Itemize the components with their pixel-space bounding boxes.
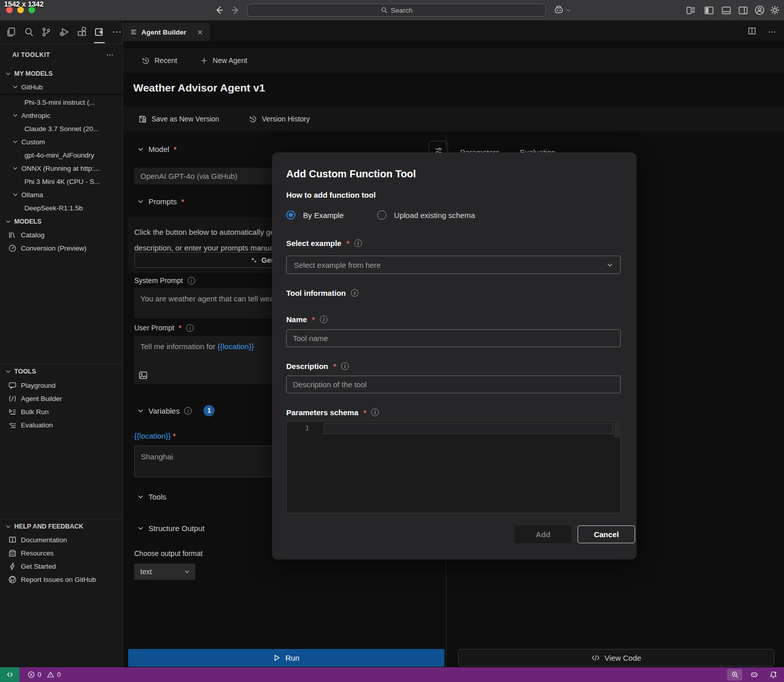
bulk-run-icon xyxy=(8,408,17,416)
problems-indicator[interactable]: 0 0 xyxy=(27,671,61,678)
notifications-bell-icon[interactable] xyxy=(766,669,781,680)
sidebar-item-phi3-mini-4k[interactable]: Phi 3 Mini 4K (CPU - S... xyxy=(0,175,123,188)
parameters-schema-label: Parameters schema * i xyxy=(286,408,379,417)
info-icon[interactable]: i xyxy=(351,289,358,297)
search-input[interactable]: Search xyxy=(247,4,546,17)
info-icon[interactable]: i xyxy=(184,407,192,415)
catalog-icon xyxy=(8,231,17,239)
plus-icon xyxy=(200,57,208,65)
sidebar-title: AI TOOLKIT xyxy=(12,51,50,58)
history-icon xyxy=(249,115,257,123)
info-icon[interactable]: i xyxy=(371,409,379,416)
variables-section-header[interactable]: Variables i 1 xyxy=(137,405,215,416)
info-icon[interactable]: i xyxy=(186,324,194,332)
sidebar-item-evaluation[interactable]: Evaluation xyxy=(0,418,123,431)
sidebar-item-playground[interactable]: Playground xyxy=(0,379,123,392)
recent-button[interactable]: Recent xyxy=(141,56,177,65)
resources-icon xyxy=(8,549,17,557)
sidebar-divider xyxy=(0,519,123,519)
sidebar: AI TOOLKIT MY MODELS GitHub Phi-3.5-mini… xyxy=(0,20,123,667)
account-icon[interactable] xyxy=(754,5,765,16)
sidebar-item-github[interactable]: GitHub xyxy=(0,80,123,94)
model-section-header[interactable]: Model * xyxy=(137,145,176,153)
tab-agent-builder[interactable]: Agent Builder xyxy=(123,23,209,41)
editor-more-actions-icon[interactable] xyxy=(768,28,776,36)
toggle-panel-button[interactable] xyxy=(721,5,732,16)
error-count: 0 xyxy=(38,671,41,678)
sidebar-item-my-models[interactable]: MY MODELS xyxy=(0,67,123,80)
sidebar-item-agent-builder[interactable]: Agent Builder xyxy=(0,392,123,405)
info-icon[interactable]: i xyxy=(188,277,195,285)
extensions-icon[interactable] xyxy=(76,25,88,39)
sidebar-item-deepseek[interactable]: DeepSeek-R1:1.5b xyxy=(0,201,123,214)
sidebar-item-custom[interactable]: Custom xyxy=(0,135,123,148)
screencast-zoom-icon[interactable] xyxy=(727,669,742,680)
version-history-button[interactable]: Version History xyxy=(249,115,310,123)
run-debug-icon[interactable] xyxy=(58,25,70,39)
run-button[interactable]: Run xyxy=(128,649,444,667)
prompt-variable: {{location}} xyxy=(218,342,254,351)
sidebar-item-claude-37[interactable]: Claude 3.7 Sonnet (20... xyxy=(0,122,123,135)
sidebar-item-bulk-run[interactable]: Bulk Run xyxy=(0,405,123,418)
sidebar-item-models-section[interactable]: MODELS xyxy=(0,215,123,228)
output-format-select[interactable]: text xyxy=(134,564,195,580)
tool-name-input[interactable] xyxy=(286,329,621,347)
toggle-primary-sidebar-button[interactable] xyxy=(704,5,714,16)
editor-scrollbar[interactable] xyxy=(614,422,620,437)
add-button[interactable]: Add xyxy=(515,525,571,543)
select-example-dropdown[interactable]: Select example from here xyxy=(286,256,621,274)
copilot-status-icon[interactable] xyxy=(746,669,762,680)
sidebar-item-tools-section[interactable]: TOOLS xyxy=(0,365,123,378)
new-agent-button[interactable]: New Agent xyxy=(200,56,247,65)
description-label: Description * i xyxy=(286,362,349,370)
close-tab-icon[interactable] xyxy=(197,29,203,36)
sidebar-more-actions-icon[interactable] xyxy=(106,51,114,59)
current-line-highlight xyxy=(324,423,613,434)
toggle-secondary-sidebar-button[interactable] xyxy=(738,5,748,16)
warning-count: 0 xyxy=(57,671,61,678)
copilot-menu[interactable] xyxy=(553,5,571,16)
tool-description-input[interactable] xyxy=(286,376,621,393)
tool-information-label: Tool information i xyxy=(286,289,358,297)
attach-image-icon[interactable] xyxy=(138,370,148,380)
info-icon[interactable]: i xyxy=(320,316,327,323)
split-editor-icon[interactable] xyxy=(747,26,757,36)
sidebar-item-catalog[interactable]: Catalog xyxy=(0,228,123,241)
sidebar-item-phi-35-mini[interactable]: Phi-3.5-mini instruct (... xyxy=(0,96,123,109)
view-code-button[interactable]: View Code xyxy=(458,649,774,666)
cancel-button[interactable]: Cancel xyxy=(578,525,635,543)
structure-output-section-header[interactable]: Structure Output xyxy=(137,524,204,533)
remote-indicator[interactable] xyxy=(0,667,19,682)
save-as-new-version-button[interactable]: Save as New Version xyxy=(138,115,219,123)
sidebar-item-resources[interactable]: Resources xyxy=(0,546,123,560)
radio-upload-schema[interactable]: Upload existing schema xyxy=(377,210,475,220)
search-view-icon[interactable] xyxy=(23,25,35,39)
settings-gear-icon[interactable] xyxy=(769,5,780,16)
sidebar-item-report-issues[interactable]: Report Issues on GitHub xyxy=(0,573,123,586)
version-toolbar: Save as New Version Version History xyxy=(123,107,784,131)
sidebar-item-help-section[interactable]: HELP AND FEEDBACK xyxy=(0,520,123,533)
more-views-icon[interactable] xyxy=(111,25,123,39)
sidebar-item-gpt4o-mini[interactable]: gpt-4o-mini_AIFoundry xyxy=(0,148,123,162)
sidebar-item-get-started[interactable]: Get Started xyxy=(0,560,123,573)
chevron-down-icon xyxy=(607,262,613,268)
add-custom-function-tool-dialog: Add Custom Function Tool How to add func… xyxy=(272,152,637,560)
customize-layout-button[interactable] xyxy=(685,5,696,16)
explorer-icon[interactable] xyxy=(5,25,17,39)
parameters-schema-editor[interactable]: 1 xyxy=(286,421,621,513)
radio-by-example[interactable]: By Example xyxy=(286,210,344,220)
info-icon[interactable]: i xyxy=(354,239,362,247)
tools-section-header[interactable]: Tools xyxy=(137,492,166,501)
back-button[interactable] xyxy=(214,5,225,16)
source-control-icon[interactable] xyxy=(40,25,52,39)
info-icon[interactable]: i xyxy=(341,362,349,370)
sidebar-item-conversion[interactable]: Conversion (Preview) xyxy=(0,241,123,255)
sidebar-item-onnx[interactable]: ONNX (Running at http:... xyxy=(0,162,123,175)
forward-button[interactable] xyxy=(230,5,241,16)
sidebar-item-anthropic[interactable]: Anthropic xyxy=(0,109,123,122)
sidebar-item-documentation[interactable]: Documentation xyxy=(0,533,123,546)
play-icon xyxy=(273,654,281,662)
prompts-section-header[interactable]: Prompts * xyxy=(137,197,184,206)
ai-toolkit-icon[interactable] xyxy=(94,25,106,39)
sidebar-item-ollama[interactable]: Ollama xyxy=(0,188,123,201)
